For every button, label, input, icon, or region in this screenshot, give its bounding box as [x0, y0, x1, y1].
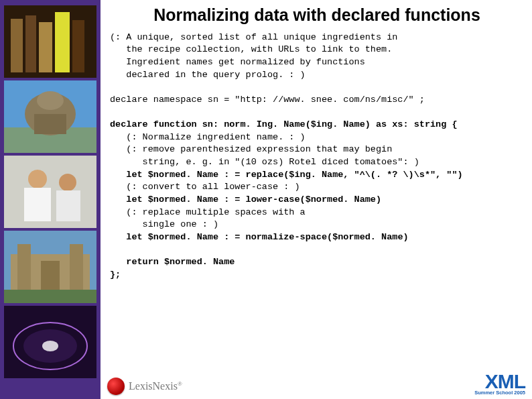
thumb-oxford — [4, 231, 96, 303]
svg-rect-13 — [24, 188, 51, 221]
xml-logo-sub: Summer School 2005 — [474, 390, 525, 396]
svg-rect-15 — [56, 190, 80, 221]
footer: LexisNexis® XML Summer School 2005 — [107, 372, 525, 396]
svg-point-14 — [59, 174, 76, 191]
svg-point-10 — [37, 91, 64, 110]
svg-rect-2 — [25, 15, 36, 72]
main-content: Normalizing data with declared functions… — [107, 0, 532, 399]
thumb-dome — [4, 80, 96, 153]
lexisnexis-logo: LexisNexis® — [107, 378, 182, 395]
svg-rect-18 — [17, 244, 31, 294]
svg-rect-4 — [55, 12, 70, 72]
svg-rect-21 — [4, 290, 96, 303]
svg-point-12 — [28, 170, 47, 188]
svg-point-25 — [42, 341, 58, 351]
svg-rect-20 — [41, 261, 60, 294]
sidebar-thumbnails — [0, 0, 101, 399]
svg-rect-1 — [11, 19, 23, 72]
xml-logo: XML Summer School 2005 — [474, 372, 525, 396]
thumb-books — [4, 5, 96, 78]
code-block: (: A unique, sorted list of all unique i… — [110, 32, 524, 282]
thumb-disc — [4, 306, 96, 378]
svg-rect-3 — [39, 22, 52, 72]
svg-rect-5 — [72, 20, 84, 72]
lexisnexis-text: LexisNexis® — [129, 380, 182, 392]
svg-rect-19 — [70, 244, 83, 294]
thumb-doctors — [4, 156, 96, 228]
slide-title: Normalizing data with declared functions — [110, 5, 524, 25]
lexisnexis-icon — [107, 378, 125, 395]
xml-logo-text: XML — [474, 372, 525, 392]
svg-rect-9 — [34, 114, 66, 134]
